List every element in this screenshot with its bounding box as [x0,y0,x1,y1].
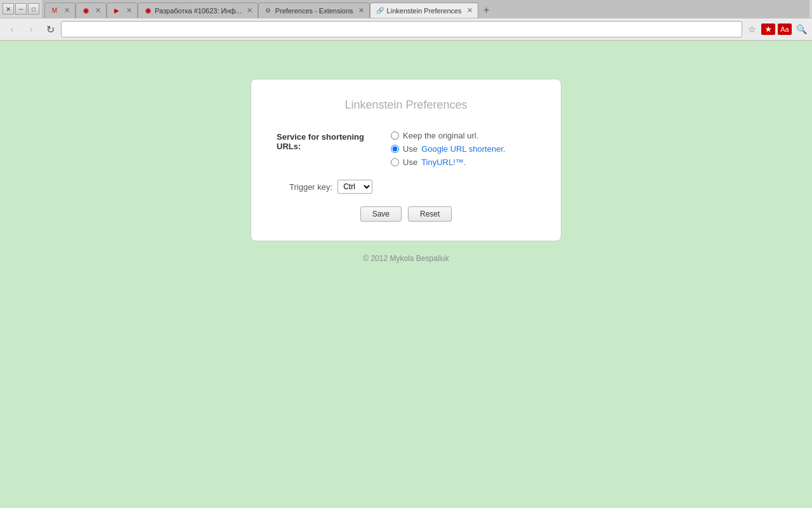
reset-button[interactable]: Reset [408,206,452,222]
tab-close-preferences-ext[interactable]: ✕ [358,6,364,15]
trigger-key-label: Trigger key: [289,182,332,192]
tab-gmail[interactable]: M ✕ [44,3,75,18]
maximize-button[interactable]: □ [28,3,39,15]
razrabotka-favicon: ◉ [143,6,152,15]
extension-icon-2[interactable]: Aa [778,23,792,35]
preferences-ext-favicon: ⚙ [264,6,273,15]
tab-close-gmail[interactable]: ✕ [64,6,70,15]
tab-linkenstein-label: Linkenstein Preferences [387,7,462,15]
option-tinyurl[interactable]: Use TinyURL!™. [391,157,506,167]
trigger-row: Trigger key: Ctrl Alt Shift [289,180,535,194]
radio-keep[interactable] [391,131,399,140]
tab-close-linkenstein[interactable]: ✕ [467,6,473,15]
tab-linkenstein[interactable]: 🔗 Linkenstein Preferences ✕ [370,3,478,18]
tab-preferences-ext-label: Preferences - Extensions [275,7,353,15]
close-button[interactable]: ✕ [3,3,14,15]
tab-redmine-icon[interactable]: ◉ ✕ [75,3,107,18]
trigger-key-select[interactable]: Ctrl Alt Shift [337,180,372,194]
window-controls: ✕ ─ □ [3,3,39,15]
radio-tinyurl[interactable] [391,158,399,166]
reload-button[interactable]: ↻ [42,21,58,37]
tab-close-youtube[interactable]: ✕ [126,6,132,15]
minimize-button[interactable]: ─ [15,3,27,15]
youtube-favicon: ▶ [112,6,121,15]
save-button[interactable]: Save [360,206,402,222]
buttons-row: Save Reset [277,206,535,222]
tab-razrabotka[interactable]: ◉ Разработка #10623: Инф... ✕ [138,3,258,18]
tab-close-redmine-icon[interactable]: ✕ [95,6,101,15]
forward-button[interactable]: › [23,21,39,37]
address-bar [61,21,742,37]
page-title: Linkenstein Preferences [277,98,535,112]
option-google-link: Google URL shortener. [421,144,505,154]
option-keep-label: Keep the original url. [403,131,478,140]
search-icon[interactable]: 🔍 [794,22,808,36]
tab-preferences-ext[interactable]: ⚙ Preferences - Extensions ✕ [258,3,370,18]
tab-youtube[interactable]: ▶ ✕ [107,3,138,18]
gmail-favicon: M [50,6,59,15]
option-google[interactable]: Use Google URL shortener. [391,144,506,154]
title-bar: ✕ ─ □ M ✕ ◉ ✕ ▶ ✕ ◉ Разработка #10623: И… [0,0,812,18]
redmine-favicon: ◉ [81,6,90,15]
extension-icon-1[interactable]: ★ [761,23,775,35]
option-tinyurl-prefix: Use [403,157,417,167]
address-input[interactable] [65,25,738,34]
footer-text: © 2012 Mykola Bespaliuk [363,254,449,263]
new-tab-button[interactable]: + [478,3,495,18]
option-tinyurl-link: TinyURL!™. [421,157,466,167]
option-google-prefix: Use [403,144,417,154]
page-content: Linkenstein Preferences Service for shor… [0,41,812,493]
radio-group: Keep the original url. Use Google URL sh… [391,131,506,167]
option-keep[interactable]: Keep the original url. [391,131,506,140]
nav-bar: ‹ › ↻ ☆ ★ Aa 🔍 [0,18,812,41]
tab-close-razrabotka[interactable]: ✕ [247,6,252,15]
preferences-card: Linkenstein Preferences Service for shor… [251,79,561,241]
service-label: Service for shortening URLs: [277,131,378,151]
service-row: Service for shortening URLs: Keep the or… [277,131,535,167]
tabs-bar: M ✕ ◉ ✕ ▶ ✕ ◉ Разработка #10623: Инф... … [42,0,809,18]
back-button[interactable]: ‹ [4,21,20,37]
radio-google[interactable] [391,145,399,153]
nav-right-icons: ☆ ★ Aa 🔍 [745,22,808,36]
tab-razrabotka-label: Разработка #10623: Инф... [155,7,242,15]
linkenstein-favicon: 🔗 [376,6,384,15]
browser-chrome: ✕ ─ □ M ✕ ◉ ✕ ▶ ✕ ◉ Разработка #10623: И… [0,0,812,41]
bookmark-icon[interactable]: ☆ [745,22,759,36]
